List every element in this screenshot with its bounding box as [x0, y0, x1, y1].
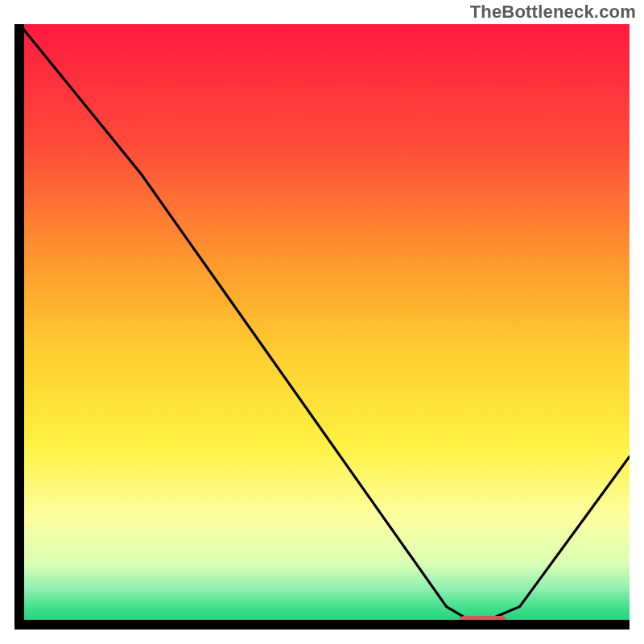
attribution-text: TheBottleneck.com	[470, 2, 636, 23]
gradient-rect	[19, 24, 630, 625]
chart-svg	[14, 24, 630, 630]
chart-plot	[14, 24, 630, 630]
chart-stage: TheBottleneck.com	[0, 0, 644, 644]
